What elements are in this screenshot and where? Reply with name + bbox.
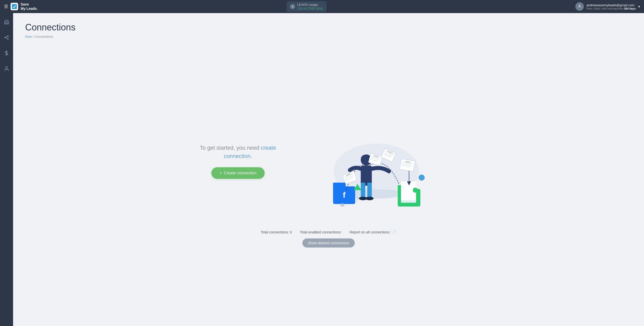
- menu-icon[interactable]: ☰: [4, 4, 8, 9]
- leads-usage-text: LEADS usage: 124 of 2'000 (6%): [297, 3, 323, 10]
- app-body: Connections Main / Connections To get st…: [0, 13, 644, 326]
- content-wrapper: To get started, you need create connecti…: [190, 116, 467, 207]
- main-area: To get started, you need create connecti…: [25, 47, 632, 317]
- svg-point-44: [419, 175, 425, 181]
- topnav-center: i LEADS usage: 124 of 2'000 (6%): [41, 1, 572, 12]
- sidebar-item-home[interactable]: [2, 17, 11, 27]
- total-connections: Total connections: 0: [261, 230, 292, 234]
- breadcrumb: Main / Connections: [25, 35, 632, 38]
- leads-usage-value: 124 of 2'000 (6%): [297, 7, 323, 10]
- svg-rect-21: [367, 183, 372, 198]
- user-plan: Plan | Start | left until payment 364 da…: [586, 7, 636, 10]
- svg-point-23: [366, 197, 374, 200]
- show-deleted-connections-button[interactable]: Show deleted connections: [302, 238, 354, 248]
- illustration: f: [286, 116, 467, 207]
- page-title: Connections: [25, 22, 632, 33]
- logo-mark: [11, 3, 18, 10]
- topnav: ☰ Save My Leads. i LEADS usage: 124 of 2…: [0, 0, 644, 13]
- left-section: To get started, you need create connecti…: [190, 144, 286, 179]
- create-button-icon: +: [219, 171, 222, 175]
- chevron-down-icon[interactable]: ▾: [638, 5, 640, 9]
- breadcrumb-main[interactable]: Main: [25, 35, 32, 38]
- svg-line-6: [6, 38, 7, 39]
- topnav-right: andrewsavemyleads@gmail.com Plan | Start…: [575, 2, 640, 11]
- avatar: [575, 2, 584, 11]
- bottom-area: Total connections: 0 Total enabled conne…: [261, 215, 396, 248]
- report-icon[interactable]: 📄: [391, 230, 396, 234]
- bottom-stats: Total connections: 0 Total enabled conne…: [261, 225, 396, 234]
- sidebar: [0, 13, 13, 326]
- svg-rect-12: [333, 183, 346, 188]
- sidebar-item-billing[interactable]: [2, 48, 11, 58]
- sidebar-item-account[interactable]: [2, 64, 11, 73]
- svg-rect-0: [12, 4, 17, 9]
- main-content: Connections Main / Connections To get st…: [13, 13, 644, 326]
- svg-text:?: ?: [356, 196, 359, 202]
- report-all-connections: Report on all connections: 📄: [350, 230, 396, 234]
- user-info: andrewsavemyleads@gmail.com Plan | Start…: [586, 3, 636, 10]
- info-icon: i: [290, 4, 295, 9]
- svg-point-45: [413, 188, 418, 193]
- sidebar-item-connections[interactable]: [2, 33, 11, 42]
- topnav-left: ☰ Save My Leads.: [4, 2, 38, 11]
- total-enabled-connections: Total enabled connections:: [300, 230, 342, 234]
- user-email: andrewsavemyleads@gmail.com: [586, 3, 636, 7]
- breadcrumb-current: Connections: [35, 35, 53, 38]
- leads-usage-widget: i LEADS usage: 124 of 2'000 (6%): [287, 1, 326, 12]
- create-connection-button[interactable]: + Create connection: [211, 167, 264, 179]
- leads-usage-label: LEADS usage:: [297, 3, 323, 7]
- svg-point-1: [579, 5, 581, 7]
- svg-line-5: [6, 36, 7, 37]
- logo-text: Save My Leads.: [21, 2, 38, 11]
- svg-text:f: f: [343, 190, 346, 199]
- breadcrumb-separator: /: [33, 35, 35, 38]
- create-button-label: Create connection: [224, 171, 257, 175]
- svg-rect-20: [361, 183, 365, 198]
- cta-text: To get started, you need create connecti…: [190, 144, 286, 160]
- svg-point-8: [6, 67, 7, 68]
